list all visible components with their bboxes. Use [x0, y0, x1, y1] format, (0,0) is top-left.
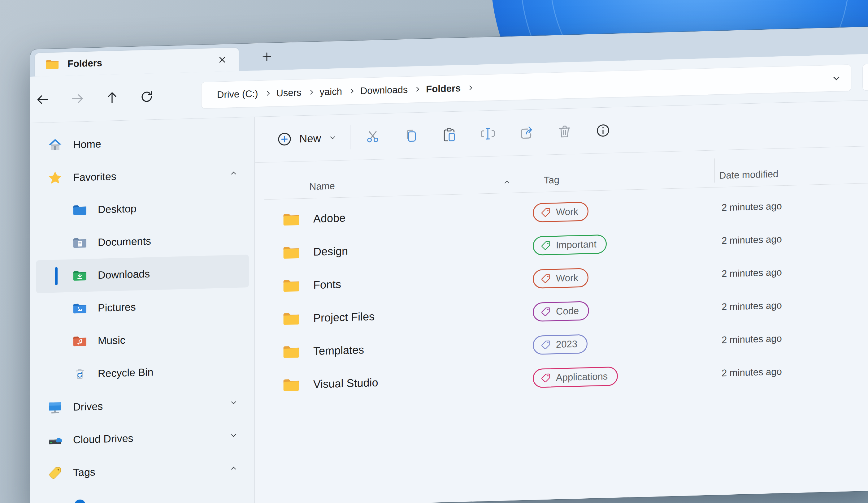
plus-circle-icon	[277, 131, 292, 147]
sidebar-item-desktop[interactable]: Desktop	[36, 189, 249, 228]
breadcrumb-item-yaich[interactable]: yaich	[320, 86, 342, 97]
refresh-button[interactable]	[139, 88, 155, 105]
tag-icon	[540, 207, 551, 218]
file-name: Adobe	[313, 211, 345, 225]
desktop-folder-icon	[72, 202, 87, 218]
date-modified: 2 minutes ago	[714, 330, 868, 346]
date-modified: 2 minutes ago	[714, 198, 868, 213]
file-name: Design	[313, 244, 348, 258]
folder-icon	[282, 276, 300, 295]
recycle-bin-icon	[72, 366, 87, 381]
new-button[interactable]: New	[272, 126, 339, 151]
copy-button[interactable]	[402, 126, 420, 145]
tag-label: Code	[556, 305, 579, 317]
sidebar-item-downloads[interactable]: Downloads	[36, 254, 249, 293]
sidebar-item-pictures[interactable]: Pictures	[36, 287, 249, 326]
tag-icon	[540, 273, 551, 284]
tag-label: Work	[556, 272, 578, 284]
delete-button[interactable]	[556, 123, 573, 140]
cut-button[interactable]	[364, 128, 381, 146]
column-header-date-modified[interactable]: Date modified	[714, 146, 868, 188]
file-name: Fonts	[313, 277, 341, 291]
tag-label: 2023	[556, 338, 577, 350]
scissors-icon	[365, 129, 381, 145]
file-name: Project Files	[313, 310, 374, 324]
tag-badge: 2023	[533, 334, 588, 355]
breadcrumb-item-folders[interactable]: Folders	[426, 83, 461, 95]
trash-icon	[557, 124, 572, 139]
chevron-down-icon[interactable]	[232, 401, 235, 404]
sidebar-item-label: Favorites	[73, 170, 116, 184]
sidebar-item-home[interactable]: Home	[36, 124, 249, 162]
file-name: Templates	[313, 343, 364, 357]
chevron-up-icon[interactable]	[232, 467, 235, 470]
breadcrumb-item-downloads[interactable]: Downloads	[360, 84, 408, 96]
tag-label: Important	[556, 239, 597, 251]
chevron-up-icon[interactable]	[232, 171, 235, 175]
folder-icon	[282, 310, 300, 328]
sidebar-item-favorites[interactable]: Favorites	[36, 156, 249, 195]
sidebar-item-cloud-drives[interactable]: Cloud Drives	[36, 419, 249, 457]
breadcrumb-item-users[interactable]: Users	[277, 87, 301, 99]
date-modified: 2 minutes ago	[714, 363, 868, 379]
paste-button[interactable]	[441, 126, 458, 144]
rename-icon	[480, 126, 496, 142]
forward-button[interactable]	[69, 90, 85, 107]
breadcrumb-item-drive-c[interactable]: Drive (C:)	[217, 88, 258, 101]
close-tab-button[interactable]	[214, 52, 230, 68]
rename-button[interactable]	[479, 125, 497, 143]
tag-badge: Work	[533, 268, 588, 289]
tag-icon	[540, 339, 551, 350]
tag-icon	[540, 373, 551, 383]
folder-icon	[282, 210, 300, 229]
sidebar-item-tags[interactable]: Tags	[36, 451, 249, 490]
back-button[interactable]	[35, 91, 51, 108]
date-modified: 2 minutes ago	[714, 231, 868, 247]
sidebar-item-label: Cloud Drives	[73, 432, 133, 446]
sidebar-item-label: Recycle Bin	[98, 366, 154, 379]
home-icon	[48, 137, 63, 153]
info-icon	[595, 123, 611, 138]
column-header-tag[interactable]: Tag	[525, 150, 714, 193]
file-name: Visual Studio	[313, 376, 378, 391]
sidebar-item-label: Tags	[73, 466, 95, 479]
tag-yellow-icon	[48, 465, 63, 480]
chevron-down-icon	[330, 134, 335, 139]
share-button[interactable]	[518, 124, 535, 142]
documents-folder-icon	[72, 235, 87, 250]
sidebar-item-label: Downloads	[98, 268, 150, 281]
toolbar-separator	[350, 125, 350, 149]
selection-indicator	[55, 267, 58, 285]
chevron-right-icon	[349, 89, 354, 94]
info-button[interactable]	[595, 122, 612, 139]
blue-dot-icon	[72, 497, 87, 503]
chevron-down-icon[interactable]	[834, 76, 839, 80]
sidebar-item-documents[interactable]: Documents	[36, 222, 249, 261]
sidebar-item-music[interactable]: Music	[36, 320, 249, 359]
address-bar[interactable]: Drive (C:)UsersyaichDownloadsFolders	[201, 64, 851, 108]
up-button[interactable]	[104, 90, 120, 106]
cloud-drive-icon	[48, 432, 63, 448]
breadcrumb: Drive (C:)UsersyaichDownloadsFolders	[217, 82, 472, 100]
folder-icon	[45, 57, 60, 72]
search-input[interactable]: Sea	[862, 62, 868, 91]
chevron-right-icon	[308, 90, 313, 95]
date-modified: 2 minutes ago	[714, 297, 868, 313]
sidebar-item-drives[interactable]: Drives	[36, 386, 249, 425]
chevron-down-icon[interactable]	[232, 434, 235, 437]
copy-icon	[403, 128, 419, 144]
new-tab-button[interactable]	[259, 49, 275, 65]
star-icon	[48, 170, 63, 185]
sidebar-item-label: Desktop	[98, 202, 136, 215]
sidebar-item-label: Music	[98, 334, 125, 346]
tag-icon	[540, 240, 551, 251]
tag-badge: Work	[533, 202, 588, 222]
monitor-icon	[48, 400, 63, 415]
chevron-up-icon	[505, 181, 509, 186]
tag-label: Work	[556, 206, 578, 218]
chevron-right-icon	[265, 91, 270, 96]
sidebar-item-recycle-bin[interactable]: Recycle Bin	[36, 353, 249, 392]
date-modified: 2 minutes ago	[714, 264, 868, 280]
music-folder-icon	[72, 334, 87, 349]
new-button-label: New	[299, 132, 321, 145]
